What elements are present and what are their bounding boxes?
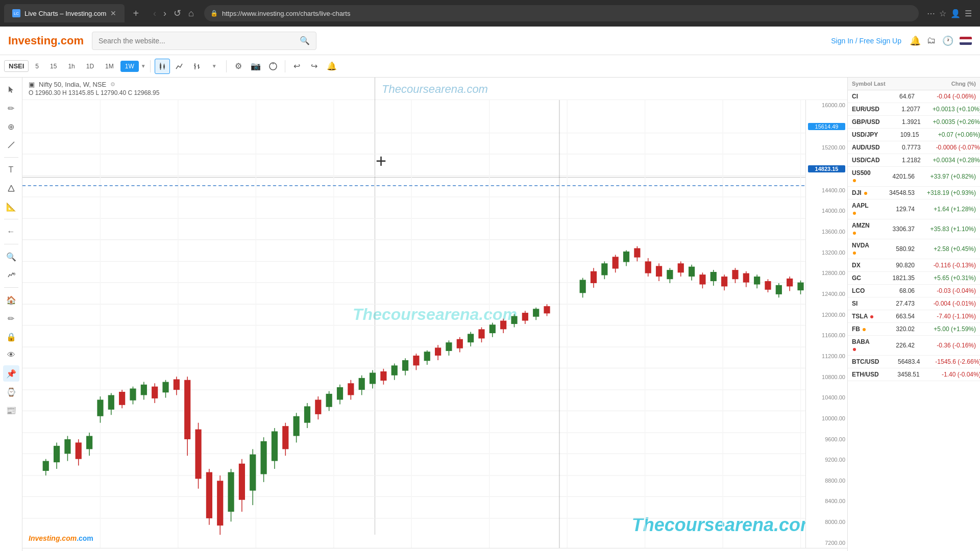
tab-title: Live Charts – Investing.com <box>24 10 106 17</box>
ticker-row-gc[interactable]: GC 1821.35 +5.65 (+0.31%) <box>848 272 980 285</box>
ticker-row-gbpusd[interactable]: GBP/USD 1.3921 +0.0035 (+0.26%) <box>848 116 980 129</box>
svg-rect-110 <box>370 373 376 384</box>
chart-type-arrow: ▼ <box>212 63 217 69</box>
ticker-row-ci[interactable]: CI 64.67 -0.04 (-0.06%) <box>848 90 980 103</box>
text-tool[interactable]: T <box>3 162 19 178</box>
ticker-row-us500[interactable]: US500 4201.56 +33.97 (+0.82%) <box>848 167 980 187</box>
ticker-row-dji[interactable]: DJI 34548.53 +318.19 (+0.93%) <box>848 187 980 199</box>
draw-left-btn[interactable]: ✏ <box>3 310 19 327</box>
settings-btn[interactable]: ⚙ <box>231 59 246 74</box>
ticker-row-tsla[interactable]: TSLA 663.54 -7.40 (-1.10%) <box>848 310 980 323</box>
ticker-row-eurusd[interactable]: EUR/USD 1.2077 +0.0013 (+0.10%) <box>848 103 980 116</box>
pen-tool[interactable]: ✏ <box>3 100 19 116</box>
svg-rect-68 <box>141 385 147 395</box>
svg-rect-54 <box>64 439 70 454</box>
svg-rect-138 <box>522 313 528 320</box>
ticker-row-baba[interactable]: BABA 226.42 -0.36 (-0.16%) <box>848 336 980 356</box>
indicators-left-btn[interactable] <box>3 267 19 283</box>
app-container: Investing . com 🔍 Sign In / Free Sign Up… <box>0 27 980 551</box>
clock-icon[interactable]: 🕐 <box>942 35 953 46</box>
forward-button[interactable]: › <box>161 6 168 21</box>
crosshair-tool[interactable]: ⊕ <box>3 118 19 135</box>
ticker-row-ethusd[interactable]: ETH/USD 3458.51 -1.40 (-0.04%) <box>848 368 980 381</box>
measure-tool[interactable]: 📐 <box>3 198 19 215</box>
tab-close-button[interactable]: ✕ <box>110 9 116 17</box>
refresh-button[interactable]: ↺ <box>172 6 183 21</box>
ticker-row-fb[interactable]: FB 320.02 +5.00 (+1.59%) <box>848 323 980 336</box>
candlestick-chart-btn[interactable] <box>155 59 170 74</box>
time-btn-1w[interactable]: 1W <box>120 61 139 72</box>
ticker-row-audusd[interactable]: AUD/USD 0.7773 -0.0006 (-0.07%) <box>848 141 980 154</box>
lock-chart-btn[interactable]: 🔒 <box>3 329 19 345</box>
line-tool[interactable] <box>3 137 19 153</box>
ticker-row-lco[interactable]: LCO 68.06 -0.03 (-0.04%) <box>848 285 980 297</box>
chart-settings-icon[interactable]: ⚙ <box>110 81 115 88</box>
timeframe-dropdown-arrow[interactable]: ▼ <box>141 63 146 69</box>
cursor-tool[interactable] <box>3 82 19 98</box>
eye-btn[interactable]: 👁 <box>3 347 19 363</box>
time-btn-1d[interactable]: 1D <box>82 61 99 72</box>
line-chart-btn[interactable] <box>172 59 187 74</box>
search-icon: 🔍 <box>300 36 310 45</box>
ticker-row-dx[interactable]: DX 90.820 -0.116 (-0.13%) <box>848 259 980 272</box>
svg-line-16 <box>11 185 14 191</box>
screenshot-btn[interactable]: 📷 <box>248 59 263 74</box>
chart-type-dropdown-btn[interactable]: ▼ <box>207 59 222 74</box>
svg-rect-120 <box>424 352 430 361</box>
sign-in-button[interactable]: Sign In / Free Sign Up <box>831 37 901 45</box>
price-16000: 16000.00 <box>808 102 845 108</box>
language-flag[interactable] <box>960 37 972 45</box>
svg-rect-128 <box>468 334 474 342</box>
browser-tab[interactable]: LC Live Charts – Investing.com ✕ <box>4 4 125 22</box>
news-btn[interactable]: 📰 <box>3 402 19 418</box>
svg-rect-160 <box>667 270 673 279</box>
svg-rect-114 <box>391 365 398 375</box>
ticker-row-usdjpy[interactable]: USD/JPY 109.15 +0.07 (+0.06%) <box>848 129 980 141</box>
pin-btn[interactable]: 📌 <box>3 365 19 382</box>
redo-btn[interactable]: ↪ <box>307 59 322 74</box>
zoom-tool[interactable]: 🔍 <box>3 248 19 265</box>
indicators-btn[interactable] <box>265 59 281 74</box>
price-15614-active: 15614.49 <box>808 123 845 130</box>
undo-btn[interactable]: ↩ <box>289 59 305 74</box>
ticker-row-btcusd[interactable]: BTC/USD 56483.4 -1545.6 (-2.66%) <box>848 356 980 368</box>
time-btn-15[interactable]: 15 <box>45 61 61 72</box>
portfolio-icon[interactable]: 🗂 <box>927 35 936 46</box>
ticker-panel: Symbol Last Chng (%) CI 64.67 -0.04 (-0.… <box>847 78 980 551</box>
notifications-icon[interactable]: 🔔 <box>910 35 921 46</box>
svg-rect-184 <box>797 283 803 290</box>
svg-rect-94 <box>282 426 288 449</box>
ticker-row-usdcad[interactable]: USD/CAD 1.2182 +0.0034 (+0.28%) <box>848 154 980 167</box>
ticker-row-si[interactable]: SI 27.473 -0.004 (-0.01%) <box>848 297 980 310</box>
time-btn-1h[interactable]: 1h <box>63 61 79 72</box>
time-btn-1m[interactable]: 1M <box>101 61 118 72</box>
home-button[interactable]: ⌂ <box>186 6 196 21</box>
bar-chart-btn[interactable] <box>189 59 205 74</box>
time-btn-5[interactable]: 5 <box>31 61 43 72</box>
watch-btn[interactable]: ⌚ <box>3 384 19 400</box>
chart-canvas[interactable]: Investing.com.com 16000.00 15614.49 1520… <box>22 100 847 548</box>
back-button[interactable]: ‹ <box>151 6 158 21</box>
alert-btn[interactable]: 🔔 <box>324 59 339 74</box>
extensions-icon[interactable]: ⋯ <box>927 9 935 18</box>
address-bar-container[interactable]: 🔒 <box>204 5 919 21</box>
new-tab-button[interactable]: + <box>129 6 143 21</box>
menu-icon[interactable]: ☰ <box>965 9 972 18</box>
ticker-row-amzn[interactable]: AMZN 3306.37 +35.83 (+1.10%) <box>848 219 980 239</box>
bookmark-icon[interactable]: ☆ <box>939 9 946 18</box>
search-input[interactable] <box>99 37 300 45</box>
user-icon[interactable]: 👤 <box>950 9 961 18</box>
logo[interactable]: Investing . com <box>8 34 84 47</box>
symbol-badge[interactable]: NSEI <box>4 60 29 72</box>
shapes-tool[interactable] <box>3 180 19 196</box>
svg-rect-126 <box>457 339 463 348</box>
ticker-row-nvda[interactable]: NVDA 580.92 +2.58 (+0.45%) <box>848 239 980 259</box>
home-chart-btn[interactable]: 🏠 <box>3 292 19 308</box>
back-btn[interactable]: ← <box>3 223 19 240</box>
search-bar[interactable]: 🔍 <box>92 32 316 50</box>
svg-rect-52 <box>54 446 60 462</box>
chart-svg <box>22 100 847 548</box>
ticker-row-aapl[interactable]: AAPL 129.74 +1.64 (+1.28%) <box>848 199 980 219</box>
svg-rect-64 <box>119 392 125 405</box>
address-bar-input[interactable] <box>222 10 913 17</box>
